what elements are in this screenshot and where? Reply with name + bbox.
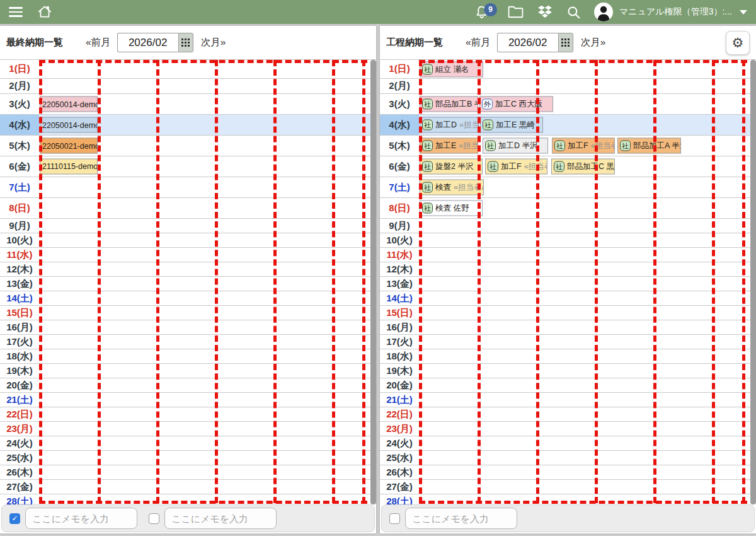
day-cell[interactable] xyxy=(39,349,376,363)
month-picker-icon[interactable] xyxy=(178,33,193,52)
day-cell[interactable] xyxy=(419,291,756,305)
day-cell[interactable] xyxy=(419,480,756,494)
day-cell[interactable] xyxy=(419,436,756,450)
event-chip[interactable]: 外加工C 西大阪 xyxy=(479,96,553,112)
day-cell[interactable] xyxy=(39,262,376,276)
event-chip[interactable]: 社部品加工B 半沢 xyxy=(420,96,478,112)
event-chip[interactable]: 社部品加工A 半沢 xyxy=(617,138,681,154)
event-chip[interactable]: 社加工D 半沢 xyxy=(483,138,548,154)
memo-input[interactable] xyxy=(25,508,137,529)
day-cell[interactable] xyxy=(419,262,756,276)
day-cell[interactable] xyxy=(39,60,376,78)
next-month-button[interactable]: 次月» xyxy=(201,36,226,49)
day-cell[interactable] xyxy=(39,436,376,450)
search-icon[interactable] xyxy=(566,4,581,20)
day-cell[interactable] xyxy=(39,393,376,407)
vertical-scrollbar[interactable] xyxy=(370,60,376,504)
day-cell[interactable] xyxy=(419,306,756,320)
day-cell[interactable] xyxy=(39,422,376,436)
day-cell[interactable]: 社検査 «担当者A» xyxy=(419,177,756,197)
day-cell[interactable] xyxy=(39,451,376,465)
event-chip[interactable]: 社検査 佐野 xyxy=(420,201,483,216)
event-chip[interactable]: 社加工D «担当者A» xyxy=(420,117,479,133)
day-cell[interactable] xyxy=(419,407,756,421)
event-chip[interactable]: 社検査 «担当者A» xyxy=(420,180,484,195)
month-input[interactable] xyxy=(117,33,178,52)
event-chip[interactable]: 社組立 瀬名 xyxy=(420,61,483,77)
day-cell[interactable] xyxy=(419,79,756,93)
event-chip[interactable]: 社加工F «担当者A» xyxy=(552,138,615,154)
bell-icon[interactable]: 9 xyxy=(474,4,490,20)
day-cell[interactable] xyxy=(419,233,756,247)
event-chip[interactable]: 社旋盤2 半沢 xyxy=(420,159,483,175)
day-cell[interactable] xyxy=(39,378,376,392)
day-cell[interactable] xyxy=(39,233,376,247)
menu-icon[interactable] xyxy=(9,7,23,17)
event-chip[interactable]: 社加工E 黒崎 xyxy=(480,117,543,133)
day-cell[interactable] xyxy=(419,422,756,436)
day-cell[interactable]: 22050014-demo 1 xyxy=(39,94,376,114)
prev-month-button[interactable]: «前月 xyxy=(466,36,491,49)
day-cell[interactable]: 社部品加工B 半沢外加工C 西大阪 xyxy=(419,94,756,114)
day-cell[interactable]: 社検査 佐野 xyxy=(419,198,756,218)
day-cell[interactable] xyxy=(419,393,756,407)
day-cell[interactable] xyxy=(419,349,756,363)
day-cell[interactable] xyxy=(39,248,376,262)
day-cell[interactable]: 22050021-demo 1 xyxy=(39,136,376,156)
user-menu[interactable]: マニュアル権限（管理3）:... xyxy=(594,3,747,21)
day-cell[interactable] xyxy=(419,465,756,479)
event-chip[interactable]: 社加工F «担当者A» xyxy=(485,159,547,175)
day-cell[interactable]: 社旋盤2 半沢社加工F «担当者A»社部品加工C 黒崎 xyxy=(419,156,756,177)
day-cell[interactable] xyxy=(39,198,376,218)
day-cell[interactable] xyxy=(39,465,376,479)
folder-icon[interactable] xyxy=(507,4,524,20)
dropbox-icon[interactable] xyxy=(537,4,553,20)
next-month-button[interactable]: 次月» xyxy=(581,36,606,49)
day-cell[interactable] xyxy=(419,378,756,392)
day-label: 20(金) xyxy=(0,378,39,392)
day-cell[interactable] xyxy=(39,320,376,334)
day-cell[interactable]: 社加工E «担当者A»社加工D 半沢社加工F «担当者A»社部品加工A 半沢 xyxy=(419,136,756,156)
day-cell[interactable] xyxy=(39,277,376,291)
day-cell[interactable] xyxy=(39,335,376,349)
day-cell[interactable] xyxy=(419,335,756,349)
prev-month-button[interactable]: «前月 xyxy=(86,36,111,49)
day-cell[interactable] xyxy=(39,480,376,494)
day-cell[interactable] xyxy=(39,219,376,233)
home-icon[interactable] xyxy=(37,4,53,20)
user-avatar[interactable] xyxy=(594,3,613,21)
day-cell[interactable] xyxy=(39,364,376,378)
day-cell[interactable] xyxy=(419,277,756,291)
day-cell[interactable] xyxy=(39,291,376,305)
day-cell[interactable]: 社加工D «担当者A»社加工E 黒崎 xyxy=(419,115,756,135)
day-cell[interactable]: 21110115-demo 浅 xyxy=(39,156,376,177)
event-chip[interactable]: 社加工E «担当者A» xyxy=(420,138,478,154)
memo-input[interactable] xyxy=(405,508,517,529)
day-cell[interactable] xyxy=(419,219,756,233)
day-cell[interactable] xyxy=(419,364,756,378)
event-chip[interactable]: 社部品加工C 黒崎 xyxy=(551,159,615,175)
day-cell[interactable] xyxy=(39,79,376,93)
event-chip[interactable]: 21110115-demo 浅 xyxy=(40,159,98,175)
day-cell[interactable] xyxy=(39,494,376,504)
day-cell[interactable] xyxy=(419,248,756,262)
event-chip[interactable]: 22050021-demo 1 xyxy=(40,138,98,154)
day-cell[interactable]: 社組立 瀬名 xyxy=(419,60,756,78)
memo-checkbox[interactable] xyxy=(389,513,400,524)
day-cell[interactable] xyxy=(419,451,756,465)
vertical-scrollbar[interactable] xyxy=(750,60,756,504)
day-cell[interactable] xyxy=(39,306,376,320)
day-cell[interactable] xyxy=(39,407,376,421)
event-chip[interactable]: 22050014-demo 1 xyxy=(40,117,98,133)
memo-input[interactable] xyxy=(164,508,277,529)
memo-checkbox[interactable] xyxy=(149,513,159,524)
day-cell[interactable] xyxy=(419,320,756,334)
event-chip[interactable]: 22050014-demo 1 xyxy=(40,96,98,112)
day-cell[interactable] xyxy=(39,177,376,197)
gear-icon[interactable]: ⚙ xyxy=(726,31,750,55)
day-cell[interactable]: 22050014-demo 1 xyxy=(39,115,376,135)
day-cell[interactable] xyxy=(419,494,756,504)
month-input[interactable] xyxy=(497,33,558,52)
month-picker-icon[interactable] xyxy=(558,33,573,52)
memo-checkbox[interactable]: ✓ xyxy=(9,513,20,524)
